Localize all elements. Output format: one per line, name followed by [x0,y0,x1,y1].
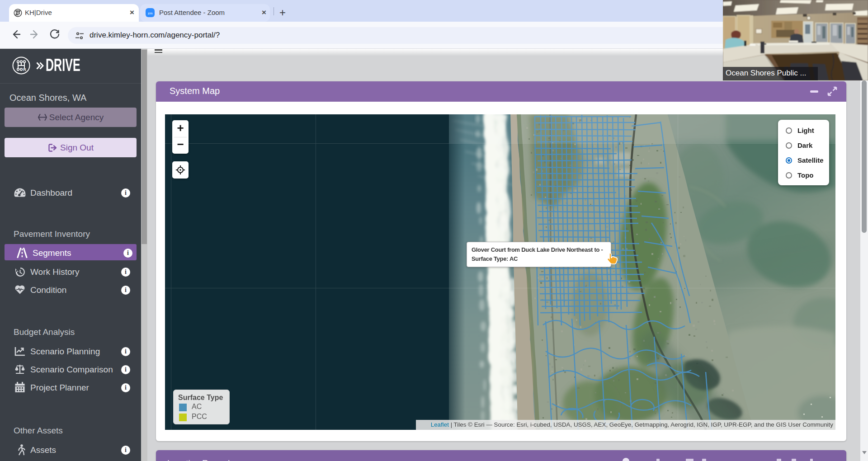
svg-text:R: R [23,67,26,72]
svg-text:zm: zm [148,11,153,15]
